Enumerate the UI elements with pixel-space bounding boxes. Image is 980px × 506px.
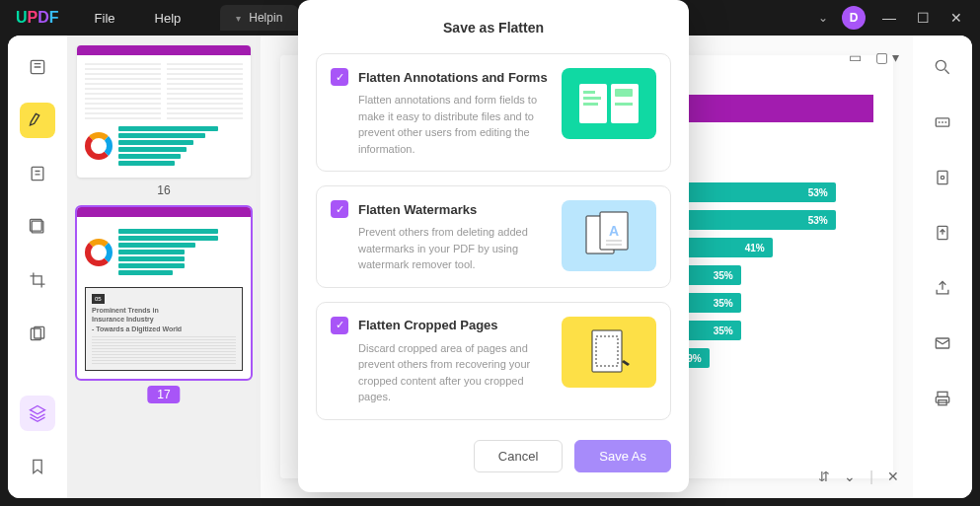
thumbnail-page-16[interactable] [77, 45, 251, 178]
svg-rect-20 [615, 89, 633, 97]
page-display-icon[interactable]: ▢ ▾ [875, 49, 899, 65]
print-icon[interactable] [925, 381, 960, 416]
option-flatten-watermarks: ✓ Flatten Watermarks Prevent others from… [316, 185, 671, 288]
tool-organize[interactable] [20, 209, 55, 245]
svg-point-6 [936, 60, 945, 70]
svg-rect-26 [606, 244, 622, 246]
svg-rect-25 [606, 240, 622, 242]
document-tab[interactable]: ▾ Helpin [220, 5, 298, 31]
svg-rect-1 [32, 167, 43, 180]
tool-reader[interactable] [20, 49, 55, 85]
save-as-button[interactable]: Save As [574, 440, 671, 472]
share-icon[interactable] [925, 270, 960, 306]
dialog-title: Save as Flatten [298, 20, 689, 36]
page-toolbar: ▭ ▢ ▾ [849, 49, 899, 65]
ocr-icon[interactable] [925, 105, 960, 140]
tab-indicator-icon: ▾ [236, 13, 241, 24]
illustration-cropped [562, 317, 656, 388]
option-title-watermarks: Flatten Watermarks [358, 202, 477, 217]
app-logo: UPDF [0, 9, 75, 27]
svg-rect-19 [583, 103, 598, 106]
checkbox-annotations[interactable]: ✓ [331, 68, 348, 86]
left-toolbar [8, 36, 67, 498]
option-flatten-annotations: ✓ Flatten Annotations and Forms Flatten … [316, 53, 671, 172]
compress-icon[interactable] [925, 160, 960, 195]
svg-text:A: A [609, 223, 619, 239]
search-icon[interactable] [925, 49, 960, 85]
tool-edit[interactable] [20, 156, 55, 191]
svg-rect-18 [583, 97, 601, 100]
tool-redact[interactable] [20, 316, 55, 351]
menu-file[interactable]: File [75, 11, 135, 26]
maximize-button[interactable]: ☐ [913, 10, 933, 26]
view-mode-icon[interactable]: ▭ [849, 49, 862, 65]
email-icon[interactable] [925, 325, 960, 361]
tool-crop[interactable] [20, 262, 55, 298]
thumbnail-page-17[interactable]: 05 Prominent Trends inInsurance Industry… [77, 207, 251, 379]
svg-rect-8 [938, 171, 947, 183]
tool-comment[interactable] [20, 103, 55, 138]
tab-label: Helpin [249, 11, 282, 25]
svg-rect-21 [615, 103, 633, 106]
option-desc-watermarks: Prevent others from deleting added water… [358, 224, 548, 273]
thumbnail-label-16: 16 [77, 183, 251, 197]
svg-rect-11 [936, 338, 948, 348]
option-desc-cropped: Discard cropped area of pages and preven… [358, 340, 548, 405]
close-button[interactable]: ✕ [946, 10, 966, 26]
checkbox-cropped[interactable]: ✓ [331, 317, 348, 334]
thumbnail-panel: 16 05 Prominent Trends inInsurance Indus… [67, 36, 261, 498]
thumbnail-label-17: 17 [147, 386, 180, 403]
chevron-down-icon[interactable]: ⌄ [818, 11, 828, 25]
tool-bookmark[interactable] [20, 449, 55, 484]
illustration-annotations [562, 68, 656, 139]
svg-rect-12 [938, 392, 947, 397]
option-title-annotations: Flatten Annotations and Forms [358, 70, 548, 85]
minimize-button[interactable]: — [879, 10, 899, 26]
option-desc-annotations: Flatten annotations and form fields to m… [358, 92, 548, 157]
export-icon[interactable] [925, 215, 960, 251]
menu-help[interactable]: Help [135, 11, 201, 26]
tool-layers[interactable] [20, 396, 55, 431]
close-panel-icon[interactable]: ✕ [887, 469, 899, 484]
right-toolbar [913, 36, 972, 498]
checkbox-watermarks[interactable]: ✓ [331, 200, 348, 218]
scroll-mode-icon[interactable]: ⇵ [818, 469, 830, 484]
option-flatten-cropped: ✓ Flatten Cropped Pages Discard cropped … [316, 302, 671, 420]
jump-icon[interactable]: ⌄ [844, 469, 856, 484]
svg-rect-17 [583, 91, 595, 94]
user-avatar[interactable]: D [842, 6, 866, 30]
save-as-flatten-dialog: Save as Flatten ✓ Flatten Annotations an… [298, 0, 689, 492]
page-footer-toolbar: ⇵ ⌄ | ✕ [818, 469, 899, 484]
option-title-cropped: Flatten Cropped Pages [358, 318, 498, 332]
svg-point-9 [941, 176, 943, 179]
cancel-button[interactable]: Cancel [474, 440, 563, 472]
illustration-watermarks: A [562, 200, 656, 271]
